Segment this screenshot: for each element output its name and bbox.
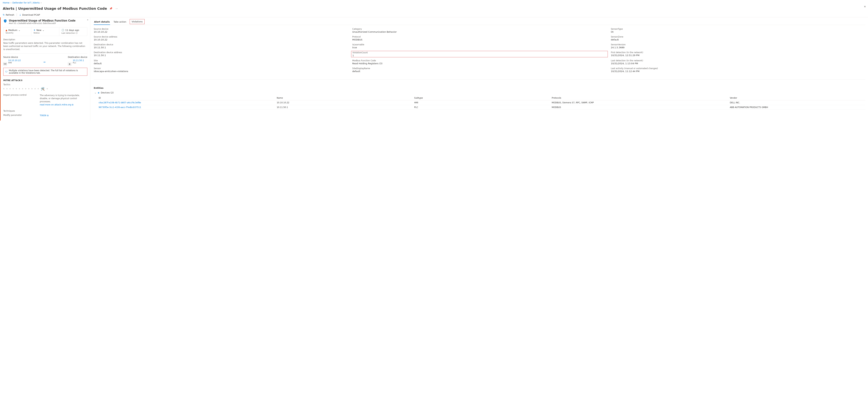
- breadcrumb-home[interactable]: Home: [3, 1, 9, 4]
- collapse-icon[interactable]: «: [87, 19, 88, 21]
- tactic-name: Impair process control: [3, 94, 35, 106]
- refresh-button[interactable]: ↻ Refresh: [3, 13, 14, 16]
- info-icon[interactable]: ⓘ: [76, 32, 78, 34]
- command-bar: ↻ Refresh ⤓ Download PCAP: [0, 12, 868, 18]
- detail-is-learnable: isLearnabletrue: [352, 43, 607, 49]
- detail-category: CategoryUnauthorized Communication Behav…: [352, 28, 607, 33]
- breadcrumb-sep: ›: [10, 1, 11, 4]
- tactic-dot: [16, 88, 17, 89]
- source-device-ip[interactable]: 10.10.10.22: [8, 59, 21, 62]
- col-vendor: Vendor: [730, 97, 865, 99]
- entities-table: ID Name Subtype Protocols Vendor c6ac287…: [94, 96, 865, 110]
- refresh-icon: ↻: [3, 13, 5, 16]
- detail-sensor-version: SensorVersion24.1.5.3689: [611, 43, 865, 49]
- detail-source-address: Source device address10.10.10.22: [94, 36, 348, 41]
- external-link-icon: ⧉: [47, 114, 49, 117]
- detail-site-display-name: SiteDisplayNamedefault: [352, 67, 607, 72]
- tactic-description: The adversary is trying to manipulate, d…: [40, 94, 87, 103]
- tactic-dot: [9, 88, 10, 89]
- entity-row[interactable]: c6ac287f-e108-4b71-b807-a6ccf4c3ef8e 10.…: [99, 100, 865, 105]
- description-label: Description: [3, 38, 87, 41]
- detail-dest-address: Destination device address10.11.50.1: [94, 51, 348, 57]
- entities-devices-group[interactable]: ⌄ ◈ Devices (2): [94, 91, 865, 94]
- alert-id-label: Alert ID:: [9, 22, 17, 25]
- tab-take-action[interactable]: Take action: [113, 19, 127, 25]
- more-icon[interactable]: ⋯: [115, 7, 119, 10]
- download-pcap-label: Download PCAP: [22, 13, 40, 16]
- alert-id-value: c3a9a66f-a0d0-439f-a1b1-3b8cf0aced0f: [18, 22, 56, 25]
- title-bar: Alerts | Unpermitted Usage of Modbus Fun…: [0, 5, 868, 12]
- technique-name: Modify parameter: [3, 114, 35, 117]
- entity-vendor: DELL INC.: [730, 101, 865, 104]
- chevron-down-icon[interactable]: ⌄: [94, 91, 96, 94]
- tactic-dot: [31, 88, 32, 89]
- tactics-timeline: 🛠️: [3, 87, 87, 91]
- detail-dest-device: Destination device10.11.50.1: [94, 43, 348, 49]
- violations-info-box: 🛡 Multiple violations have been detected…: [3, 68, 87, 76]
- tactics-label: Tactics: [3, 83, 87, 86]
- device-flow: Source device ⌨ 10.10.10.22 HMI → Dest: [3, 56, 87, 66]
- severity-value: Medium: [8, 29, 18, 31]
- warning-icon: ▲: [5, 29, 7, 31]
- shield-icon: 🛡: [5, 70, 7, 73]
- chevron-down-icon: ⌄: [19, 29, 20, 31]
- breadcrumb-d4iot[interactable]: Defender for IoT | Alerts: [12, 1, 40, 4]
- last-detection-label: Last detection ⓘ: [61, 32, 85, 34]
- left-pane: « Unpermitted Usage of Modbus Function C…: [0, 18, 90, 121]
- col-subtype: Subtype: [414, 97, 550, 99]
- status-value: New: [36, 29, 41, 31]
- entity-name: 10.10.10.22: [277, 101, 412, 104]
- entities-heading: Entities: [94, 87, 865, 89]
- tab-alert-details[interactable]: Alert details: [94, 19, 110, 25]
- tactic-dot: [6, 88, 7, 89]
- hmi-icon: ⌨: [3, 62, 7, 66]
- refresh-label: Refresh: [6, 13, 14, 16]
- tactic-dot: [25, 88, 26, 89]
- destination-device: Destination device ▦ 10.11.50.1 PLC: [68, 56, 87, 66]
- technique-link[interactable]: T0836 ⧉: [40, 114, 49, 117]
- right-pane: Alert details Take action Violations Sou…: [90, 18, 868, 121]
- svg-rect-1: [5, 22, 5, 22]
- tactic-dot: [35, 88, 36, 89]
- sparkle-icon: ✦: [33, 29, 35, 31]
- entity-row[interactable]: 96730f5e-3cc1-41fd-aacc-f7edbcb57511 10.…: [99, 105, 865, 110]
- external-link-icon: ⧉: [72, 103, 73, 106]
- download-pcap-button[interactable]: ⤓ Download PCAP: [19, 13, 40, 16]
- source-device: Source device ⌨ 10.10.10.22 HMI: [3, 56, 21, 66]
- tactic-dot: [19, 88, 20, 89]
- tactic-dot: [47, 88, 48, 89]
- svg-rect-0: [5, 20, 5, 21]
- alert-id: Alert ID: c3a9a66f-a0d0-439f-a1b1-3b8cf0…: [9, 22, 75, 25]
- detail-sensor-type: SensorTypeOt: [611, 28, 865, 33]
- entity-subtype: PLC: [414, 106, 550, 108]
- clock-icon: 🕒: [61, 29, 64, 31]
- detail-last-activity: Last activity (manual or automated chang…: [611, 67, 865, 72]
- tactic-dot: [22, 88, 23, 89]
- destination-device-ip[interactable]: 10.11.50.1: [73, 59, 84, 62]
- mitre-read-more-link[interactable]: read more on attack.mitre.org ⧉: [40, 103, 73, 106]
- entity-protocols: MODBUS: [552, 106, 728, 108]
- breadcrumb: Home › Defender for IoT | Alerts ›: [0, 0, 868, 5]
- source-device-type: HMI: [8, 62, 21, 64]
- entity-name: 10.11.50.1: [277, 106, 412, 108]
- description-text: New traffic parameters were detected. Th…: [3, 41, 87, 54]
- entity-id-link[interactable]: c6ac287f-e108-4b71-b807-a6ccf4c3ef8e: [99, 101, 275, 104]
- status-cell[interactable]: ✦New⌄ Status: [31, 27, 59, 36]
- tactic-dot: [38, 88, 39, 89]
- detail-last-detection: Last detection (in the network)10/31/202…: [611, 59, 865, 65]
- severity-cell[interactable]: ▲Medium⌄ Severity: [3, 27, 31, 36]
- detail-violation-count: ViolationCount1: [351, 51, 608, 57]
- violations-info-text: Multiple violations have been detected. …: [9, 69, 85, 74]
- col-id: ID: [99, 97, 275, 99]
- page-title: Alerts | Unpermitted Usage of Modbus Fun…: [3, 6, 107, 10]
- detail-protocol: ProtocolMODBUS: [352, 36, 607, 41]
- detail-grid: Source device10.10.10.22 CategoryUnautho…: [94, 28, 865, 80]
- pin-icon[interactable]: 📌: [109, 7, 113, 10]
- close-icon[interactable]: ✕: [864, 5, 866, 8]
- destination-device-type: PLC: [73, 62, 84, 64]
- tab-violations[interactable]: Violations: [130, 19, 145, 24]
- chevron-down-icon: ⌄: [42, 29, 44, 31]
- entity-id-link[interactable]: 96730f5e-3cc1-41fd-aacc-f7edbcb57511: [99, 106, 275, 108]
- alert-title: Unpermitted Usage of Modbus Function Cod…: [9, 19, 75, 22]
- tactic-active-icon[interactable]: 🛠️: [41, 87, 44, 91]
